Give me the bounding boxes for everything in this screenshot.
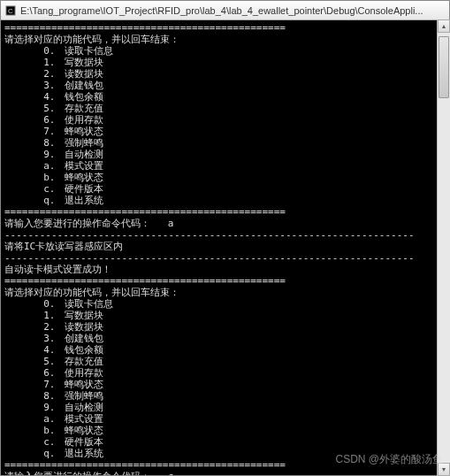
menu-key: c. [4,183,65,195]
menu-item: 7. 蜂鸣状态 [4,379,446,390]
menu-item: 6. 使用存款 [4,367,446,379]
separator: ----------------------------------------… [4,229,446,241]
menu-key: 9. [4,149,65,160]
menu-item: c. 硬件版本 [4,183,446,195]
menu-label: 写数据块 [65,310,103,321]
menu-label: 蜂鸣状态 [65,126,103,137]
menu-label: 使用存款 [65,114,103,126]
command-prompt[interactable]: 请输入您要进行的操作命令代码： a [4,218,446,229]
menu-key: c. [4,436,65,448]
menu-label: 存款充值 [65,356,103,367]
separator: ========================================… [4,22,446,34]
menu-label: 使用存款 [65,367,103,379]
console-window: C E:\Tang_programe\IOT_Project\RFID_pro\… [0,0,450,476]
menu-label: 模式设置 [65,160,103,172]
output-line: 请将IC卡放读写器感应区内 [4,241,446,252]
menu-label: 写数据块 [65,57,103,68]
separator: ----------------------------------------… [4,252,446,264]
menu-key: a. [4,160,65,172]
menu-item: b. 蜂鸣状态 [4,425,446,436]
scroll-up-button[interactable]: ▴ [438,19,450,33]
menu-label: 自动检测 [65,149,103,160]
command-prompt[interactable]: 请输入您要进行的操作命令代码： c [4,471,446,475]
menu-item: 0. 读取卡信息 [4,45,446,57]
menu-label: 读数据块 [65,68,103,80]
vertical-scrollbar[interactable]: ▴ ▾ [437,19,450,476]
menu-label: 读数据块 [65,321,103,333]
menu-item: 5. 存款充值 [4,103,446,114]
menu-label: 存款充值 [65,103,103,114]
menu-item: 8. 强制蜂鸣 [4,137,446,149]
menu-key: 3. [4,333,65,344]
menu-key: b. [4,172,65,183]
menu-key: 2. [4,68,65,80]
menu-key: 1. [4,57,65,68]
menu-label: 强制蜂鸣 [65,390,103,402]
menu-label: 蜂鸣状态 [65,172,103,183]
menu-label: 硬件版本 [65,183,103,195]
command-input[interactable]: c [150,471,174,475]
menu-key: 9. [4,402,65,413]
svg-text:C: C [8,7,13,15]
menu-item: q. 退出系统 [4,195,446,206]
menu-label: 读取卡信息 [65,45,113,57]
prompt-select: 请选择对应的功能代码，并以回车结束： [4,34,446,45]
menu-item: 3. 创建钱包 [4,333,446,344]
menu-item: q. 退出系统 [4,448,446,459]
menu-label: 自动检测 [65,402,103,413]
menu-item: 9. 自动检测 [4,149,446,160]
menu-label: 读取卡信息 [65,298,113,310]
prompt-label: 请输入您要进行的操作命令代码： [4,218,150,229]
menu-label: 创建钱包 [65,333,103,344]
menu-label: 强制蜂鸣 [65,137,103,149]
menu-key: q. [4,195,65,206]
scroll-track[interactable] [438,33,450,463]
menu-item: 5. 存款充值 [4,356,446,367]
menu-key: 3. [4,80,65,91]
menu-key: 8. [4,390,65,402]
output-line: 自动读卡模式设置成功！ [4,264,446,275]
menu-item: 9. 自动检测 [4,402,446,413]
menu-label: 钱包余额 [65,344,103,356]
menu-label: 创建钱包 [65,80,103,91]
menu-key: 5. [4,103,65,114]
menu-label: 退出系统 [65,448,103,459]
menu-item: 8. 强制蜂鸣 [4,390,446,402]
scroll-down-button[interactable]: ▾ [438,463,450,476]
menu-key: 4. [4,344,65,356]
menu-key: 1. [4,310,65,321]
menu-label: 模式设置 [65,413,103,425]
menu-item: 7. 蜂鸣状态 [4,126,446,137]
titlebar[interactable]: C E:\Tang_programe\IOT_Project\RFID_pro\… [1,1,449,20]
menu-item: 0. 读取卡信息 [4,298,446,310]
prompt-label: 请输入您要进行的操作命令代码： [4,471,150,475]
menu-item: 4. 钱包余额 [4,91,446,103]
menu-key: q. [4,448,65,459]
menu-key: 6. [4,367,65,379]
menu-item: a. 模式设置 [4,413,446,425]
menu-item: 1. 写数据块 [4,57,446,68]
menu-key: 6. [4,114,65,126]
menu-key: 0. [4,298,65,310]
prompt-select: 请选择对应的功能代码，并以回车结束： [4,287,446,298]
menu-key: b. [4,425,65,436]
scroll-thumb[interactable] [439,36,449,98]
command-input[interactable]: a [150,218,174,229]
separator: ========================================… [4,459,446,471]
menu-key: 5. [4,356,65,367]
console-output: ========================================… [1,20,449,475]
menu-item: a. 模式设置 [4,160,446,172]
app-icon: C [4,4,17,17]
menu-label: 蜂鸣状态 [65,379,103,390]
menu-item: 3. 创建钱包 [4,80,446,91]
menu-key: a. [4,413,65,425]
menu-key: 7. [4,379,65,390]
menu-item: 2. 读数据块 [4,68,446,80]
menu-item: 4. 钱包余额 [4,344,446,356]
menu-key: 2. [4,321,65,333]
menu-item: c. 硬件版本 [4,436,446,448]
menu-label: 退出系统 [65,195,103,206]
menu-label: 蜂鸣状态 [65,425,103,436]
menu-item: 1. 写数据块 [4,310,446,321]
window-title: E:\Tang_programe\IOT_Project\RFID_pro\la… [20,5,423,16]
